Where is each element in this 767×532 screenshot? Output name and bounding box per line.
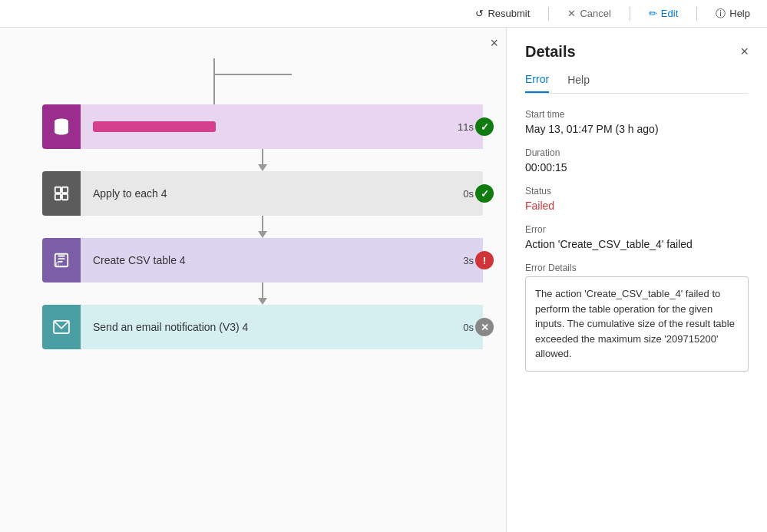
step-email-body: Send an email notification (V3) 4: [81, 305, 454, 349]
divider-1: [548, 7, 549, 21]
help-button[interactable]: ⓘ Help: [711, 5, 755, 22]
panel-title: Details: [525, 43, 576, 61]
tab-error[interactable]: Error: [525, 73, 549, 93]
edit-icon: ✏: [649, 8, 657, 19]
status-group: Status Failed: [525, 186, 749, 212]
svg-rect-2: [62, 187, 68, 193]
error-details-label: Error Details: [525, 263, 749, 273]
step-db-badge: ✓: [475, 117, 494, 136]
step-db-body: [81, 104, 448, 149]
step-email[interactable]: Send an email notification (V3) 4 0s ✕: [42, 305, 483, 349]
panel-close-button[interactable]: ×: [740, 44, 749, 60]
resubmit-button[interactable]: ↺ Resubmit: [471, 6, 534, 21]
step-csv-body: Create CSV table 4: [81, 238, 454, 283]
svg-rect-3: [55, 194, 61, 200]
error-label: Error: [525, 224, 749, 235]
divider-3: [696, 7, 697, 21]
redacted-label: [93, 121, 216, 132]
start-time-group: Start time May 13, 01:47 PM (3 h ago): [525, 109, 749, 135]
help-icon: ⓘ: [716, 7, 726, 21]
arrow-3: [42, 283, 483, 305]
svg-rect-4: [62, 194, 68, 200]
start-time-label: Start time: [525, 109, 749, 120]
divider-2: [630, 7, 630, 21]
main-area: ×: [0, 28, 767, 532]
error-value: Action 'Create_CSV_table_4' failed: [525, 238, 749, 250]
svg-rect-1: [55, 187, 61, 193]
cancel-button[interactable]: ✕ Cancel: [563, 6, 615, 21]
step-email-icon: [42, 305, 81, 349]
step-loop-badge: ✓: [475, 184, 494, 203]
step-loop-body: Apply to each 4: [81, 171, 454, 216]
cancel-label: Cancel: [580, 8, 610, 19]
error-details-box: The action 'Create_CSV_table_4' failed t…: [525, 276, 749, 372]
step-loop-icon: [42, 171, 81, 216]
panel-header: Details ×: [525, 43, 749, 61]
details-panel: Details × Error Help Start time May 13, …: [506, 28, 767, 532]
duration-group: Duration 00:00:15: [525, 147, 749, 173]
help-label: Help: [729, 8, 750, 19]
edit-label: Edit: [661, 8, 678, 19]
duration-value: 00:00:15: [525, 161, 749, 173]
error-details-group: Error Details The action 'Create_CSV_tab…: [525, 263, 749, 372]
arrow-2: [42, 216, 483, 238]
resubmit-icon: ↺: [475, 8, 484, 19]
resubmit-label: Resubmit: [488, 8, 530, 19]
arrow-1: [42, 149, 483, 171]
tab-help[interactable]: Help: [567, 73, 590, 93]
step-email-badge: ✕: [475, 318, 494, 336]
step-loop[interactable]: Apply to each 4 0s ✓: [42, 171, 483, 216]
status-label: Status: [525, 186, 749, 197]
duration-label: Duration: [525, 147, 749, 158]
flow-area: 11s ✓: [23, 58, 483, 349]
step-csv[interactable]: {} Create CSV table 4 3s !: [42, 238, 483, 283]
start-time-value: May 13, 01:47 PM (3 h ago): [525, 123, 749, 135]
step-csv-icon: {}: [42, 238, 81, 283]
cancel-icon: ✕: [567, 8, 576, 19]
edit-button[interactable]: ✏ Edit: [644, 6, 683, 21]
step-db-icon: [42, 104, 81, 149]
status-value: Failed: [525, 200, 749, 212]
step-csv-badge: !: [475, 251, 494, 269]
canvas-close-button[interactable]: ×: [490, 35, 498, 51]
toolbar: ↺ Resubmit ✕ Cancel ✏ Edit ⓘ Help: [0, 0, 767, 28]
flow-canvas: ×: [0, 28, 506, 532]
error-group: Error Action 'Create_CSV_table_4' failed: [525, 224, 749, 250]
step-db[interactable]: 11s ✓: [42, 104, 483, 149]
panel-tabs: Error Help: [525, 73, 749, 94]
